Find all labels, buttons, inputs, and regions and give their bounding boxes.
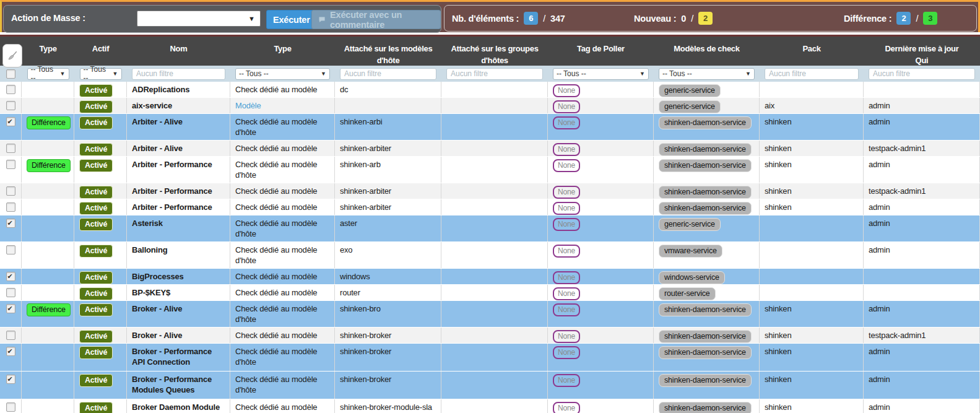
filter-select-value: -- Tous -- xyxy=(239,69,269,78)
active-badge: Activé xyxy=(79,303,113,316)
type-badge-cell xyxy=(22,399,74,413)
check-model-cell: generic-service xyxy=(654,98,760,113)
execute-button[interactable]: Exécuter xyxy=(266,10,317,29)
column-header-label: Modèles de check xyxy=(654,43,760,54)
host-template-value: shinken-arbiter xyxy=(340,144,391,153)
filter-select-1[interactable]: -- Tous --▼ xyxy=(27,68,69,80)
table-row[interactable]: Activéaix-serviceModèleNonegeneric-servi… xyxy=(0,98,980,114)
check-model-badge: shinken-daemon-service xyxy=(659,186,752,199)
table-row[interactable]: ActivéBalloningCheck dédié au modèle d'h… xyxy=(0,242,980,269)
host-template-cell: shinken-arbi xyxy=(335,114,441,140)
type-badge-cell xyxy=(22,141,74,156)
table-row[interactable]: ActivéArbiter - PerformanceCheck dédié a… xyxy=(0,183,980,199)
checkbox-cell xyxy=(0,141,22,156)
table-row[interactable]: ActivéBroker - Performance Modules Queue… xyxy=(0,372,980,399)
row-type: Check dédié au modèle d'hôte xyxy=(235,347,317,367)
mass-action-select[interactable]: ▼ xyxy=(137,11,261,27)
check-model-badge: shinken-daemon-service xyxy=(659,346,752,359)
difference-badge: Différence xyxy=(27,303,71,316)
host-template-cell: shinken-arbiter xyxy=(335,199,441,215)
active-badge: Activé xyxy=(79,186,113,199)
filter-cell-1: -- Tous --▼ xyxy=(22,66,74,82)
row-checkbox[interactable] xyxy=(6,375,15,384)
row-checkbox[interactable] xyxy=(6,144,15,153)
pack-value: shinken xyxy=(765,117,791,126)
table-row[interactable]: DifférenceActivéArbiter - PerformanceChe… xyxy=(0,157,980,183)
row-checkbox[interactable] xyxy=(6,402,15,412)
poller-tag-cell: None xyxy=(548,269,654,284)
row-checkbox[interactable] xyxy=(6,160,15,169)
row-checkbox[interactable] xyxy=(6,117,15,126)
none-badge: None xyxy=(553,374,580,387)
table-row[interactable]: ActivéBP-$KEY$Check dédié au modèle d'hô… xyxy=(0,285,980,301)
host-template-value: shinken-broker xyxy=(340,375,391,384)
name-cell: Broker Daemon Module SLA xyxy=(127,399,230,413)
check-model-cell: shinken-daemon-service xyxy=(654,328,760,343)
active-cell: Activé xyxy=(74,269,127,284)
table-row[interactable]: ActivéADReplicationsCheck dédié au modèl… xyxy=(0,82,980,98)
row-checkbox[interactable] xyxy=(6,304,15,313)
select-all-checkbox[interactable] xyxy=(6,69,15,79)
table-row[interactable]: ActivéAsteriskCheck dédié au modèle d'hô… xyxy=(0,215,980,242)
execute-with-comment-button[interactable]: Exécuter avec un commentaire xyxy=(311,10,441,29)
name-cell: Broker - Performance Modules Queues xyxy=(127,372,230,399)
pack-value: shinken xyxy=(765,331,791,340)
table-row[interactable]: ActivéBroker - AliveCheck dédié au modèl… xyxy=(0,328,980,344)
check-model-cell: shinken-daemon-service xyxy=(654,372,760,399)
row-checkbox[interactable] xyxy=(6,101,15,110)
row-checkbox[interactable] xyxy=(6,219,15,228)
filter-input-9[interactable] xyxy=(765,68,859,80)
who-cell: testpack-admin1 xyxy=(864,141,980,156)
table-row[interactable]: ActivéArbiter - Performance [copie]Check… xyxy=(0,199,980,215)
table-row[interactable]: ActivéBroker - Performance API Connectio… xyxy=(0,344,980,372)
filter-select-7[interactable]: -- Tous --▼ xyxy=(553,68,649,80)
active-badge: Activé xyxy=(79,402,113,413)
row-checkbox[interactable] xyxy=(6,331,15,340)
row-checkbox[interactable] xyxy=(6,347,15,356)
host-template-cell: shinken-arbiter xyxy=(335,183,441,199)
filter-input-10[interactable] xyxy=(869,68,975,80)
filter-select-4[interactable]: -- Tous --▼ xyxy=(235,68,330,80)
row-checkbox[interactable] xyxy=(6,186,15,196)
who-value: testpack-admin1 xyxy=(869,186,926,196)
type-badge-cell: Différence xyxy=(22,114,74,140)
table-row[interactable]: DifférenceActivéArbiter - AliveCheck déd… xyxy=(0,114,980,141)
filter-input-5[interactable] xyxy=(340,68,436,80)
filter-input-3[interactable] xyxy=(132,68,225,80)
host-template-cell: exo xyxy=(335,242,441,268)
host-template-cell: shinken-arbiter xyxy=(335,141,441,156)
column-header-6: Attaché sur les groupes d'hôtes xyxy=(441,37,548,66)
table-row[interactable]: DifférenceActivéBroker - AliveCheck dédi… xyxy=(0,301,980,328)
row-name: Balloning xyxy=(132,245,167,254)
table-body: ActivéADReplicationsCheck dédié au modèl… xyxy=(0,82,980,413)
row-checkbox[interactable] xyxy=(6,245,15,254)
column-header-label: Attaché sur les modèles d'hôte xyxy=(335,43,441,66)
check-model-cell: shinken-daemon-service xyxy=(654,157,760,183)
type-cell: Check dédié au modèle d'hôte xyxy=(230,242,335,268)
row-type: Check dédié au modèle d'hôte xyxy=(235,144,317,156)
model-link[interactable]: Modèle xyxy=(235,101,261,110)
row-checkbox[interactable] xyxy=(6,202,15,212)
active-badge: Activé xyxy=(79,84,113,97)
check-model-cell: shinken-daemon-service xyxy=(654,141,760,156)
row-name: Arbiter - Alive xyxy=(132,117,183,126)
pack-value: shinken xyxy=(765,186,791,196)
host-template-cell: dc xyxy=(335,82,441,97)
row-type: Check dédié au modèle d'hôte xyxy=(235,117,317,137)
chevron-down-icon: ▼ xyxy=(248,15,255,22)
row-checkbox[interactable] xyxy=(6,272,15,281)
table-row[interactable]: ActivéBigProcessesCheck dédié au modèle … xyxy=(0,269,980,285)
check-model-badge: shinken-daemon-service xyxy=(659,159,752,172)
filter-select-2[interactable]: -- Tous --▼ xyxy=(80,68,122,80)
table-row[interactable]: ActivéArbiter - AliveCheck dédié au modè… xyxy=(0,141,980,157)
clear-filters-button[interactable] xyxy=(2,44,22,67)
filter-select-8[interactable]: -- Tous --▼ xyxy=(659,68,755,80)
pack-cell xyxy=(760,82,864,97)
check-model-cell: vmware-service xyxy=(654,242,760,268)
table-row[interactable]: ActivéBroker Daemon Module SLACheck dédi… xyxy=(0,399,980,413)
filter-input-6[interactable] xyxy=(446,68,543,80)
row-checkbox[interactable] xyxy=(6,288,15,297)
checkbox-cell xyxy=(0,344,22,371)
row-checkbox[interactable] xyxy=(6,85,15,94)
type-badge-cell xyxy=(22,98,74,113)
